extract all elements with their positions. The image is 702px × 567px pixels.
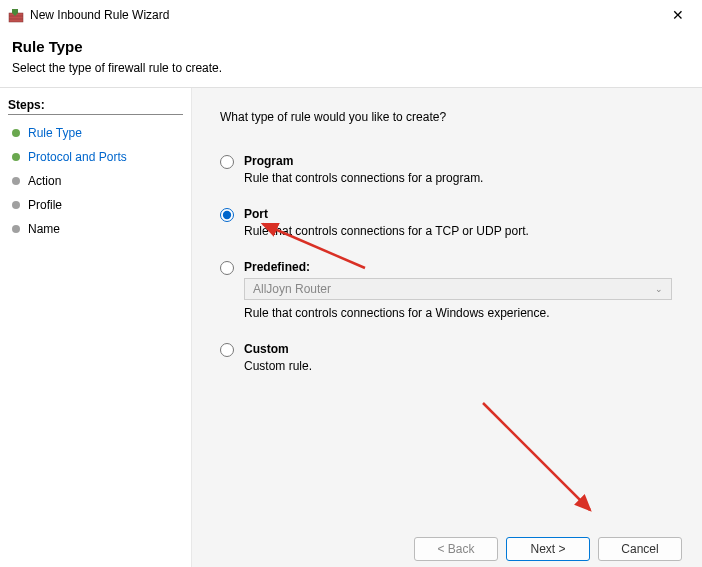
option-custom[interactable]: Custom Custom rule. xyxy=(220,342,674,387)
main-area: Steps: Rule Type Protocol and Ports Acti… xyxy=(0,87,702,567)
option-port[interactable]: Port Rule that controls connections for … xyxy=(220,207,674,252)
option-custom-desc: Custom rule. xyxy=(244,359,674,373)
wizard-buttons: < Back Next > Cancel xyxy=(414,537,682,561)
option-custom-label: Custom xyxy=(244,342,674,356)
steps-sidebar: Steps: Rule Type Protocol and Ports Acti… xyxy=(0,88,192,567)
option-predefined-label: Predefined: xyxy=(244,260,674,274)
close-icon: ✕ xyxy=(672,7,684,23)
chevron-down-icon: ⌄ xyxy=(655,284,663,294)
predefined-dropdown[interactable]: AllJoyn Router ⌄ xyxy=(244,278,672,300)
step-action[interactable]: Action xyxy=(8,169,183,193)
option-port-desc: Rule that controls connections for a TCP… xyxy=(244,224,674,238)
option-program[interactable]: Program Rule that controls connections f… xyxy=(220,154,674,199)
step-bullet-icon xyxy=(12,129,20,137)
radio-program[interactable] xyxy=(220,155,234,169)
step-label: Rule Type xyxy=(28,126,82,140)
page-title: Rule Type xyxy=(12,38,690,55)
cancel-button[interactable]: Cancel xyxy=(598,537,682,561)
step-label: Action xyxy=(28,174,61,188)
close-button[interactable]: ✕ xyxy=(662,3,694,27)
rule-type-prompt: What type of rule would you like to crea… xyxy=(220,110,674,124)
step-label: Profile xyxy=(28,198,62,212)
option-predefined-desc: Rule that controls connections for a Win… xyxy=(244,306,674,320)
option-port-label: Port xyxy=(244,207,674,221)
window-title: New Inbound Rule Wizard xyxy=(30,8,662,22)
step-profile[interactable]: Profile xyxy=(8,193,183,217)
radio-port[interactable] xyxy=(220,208,234,222)
option-program-desc: Rule that controls connections for a pro… xyxy=(244,171,674,185)
step-protocol-and-ports[interactable]: Protocol and Ports xyxy=(8,145,183,169)
step-bullet-icon xyxy=(12,153,20,161)
step-bullet-icon xyxy=(12,225,20,233)
step-bullet-icon xyxy=(12,177,20,185)
firewall-icon xyxy=(8,7,24,23)
steps-heading: Steps: xyxy=(8,98,183,115)
step-label: Name xyxy=(28,222,60,236)
back-button[interactable]: < Back xyxy=(414,537,498,561)
option-program-label: Program xyxy=(244,154,674,168)
option-predefined[interactable]: Predefined: AllJoyn Router ⌄ Rule that c… xyxy=(220,260,674,334)
radio-predefined[interactable] xyxy=(220,261,234,275)
step-rule-type[interactable]: Rule Type xyxy=(8,121,183,145)
content-panel: What type of rule would you like to crea… xyxy=(192,88,702,567)
next-button[interactable]: Next > xyxy=(506,537,590,561)
step-bullet-icon xyxy=(12,201,20,209)
step-label: Protocol and Ports xyxy=(28,150,127,164)
titlebar: New Inbound Rule Wizard ✕ xyxy=(0,0,702,30)
wizard-header: Rule Type Select the type of firewall ru… xyxy=(0,30,702,87)
page-subtitle: Select the type of firewall rule to crea… xyxy=(12,61,690,75)
step-name[interactable]: Name xyxy=(8,217,183,241)
predefined-dropdown-value: AllJoyn Router xyxy=(253,282,331,296)
radio-custom[interactable] xyxy=(220,343,234,357)
